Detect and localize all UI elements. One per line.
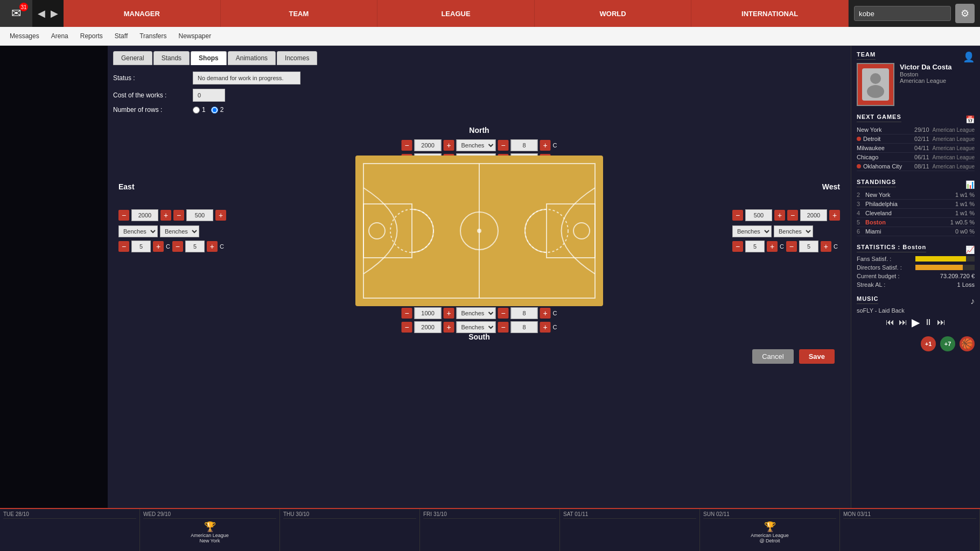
west-val3[interactable]: [745, 241, 765, 252]
east-plus4[interactable]: +: [207, 241, 218, 252]
status-row: Status :: [113, 72, 845, 84]
west-plus4[interactable]: +: [821, 241, 831, 252]
cal-day-3: THU 30/10: [280, 509, 420, 551]
nav-back-arrow[interactable]: ◀: [36, 8, 47, 19]
south-row2-type[interactable]: BenchesChairs: [457, 321, 496, 333]
pct-3: 1 %: [964, 210, 975, 216]
music-pause[interactable]: ⏸: [924, 317, 933, 327]
north-row1-val2[interactable]: [511, 139, 538, 151]
east-val3[interactable]: [131, 241, 151, 252]
tab-animations[interactable]: Animations: [228, 51, 276, 65]
sub-nav-staff[interactable]: Staff: [110, 30, 132, 42]
cost-input[interactable]: [193, 89, 225, 102]
sub-nav-newspaper[interactable]: Newspaper: [174, 30, 215, 42]
sub-nav-arena[interactable]: Arena: [47, 30, 73, 42]
tab-incomes[interactable]: Incomes: [277, 51, 317, 65]
settings-button[interactable]: ⚙: [955, 4, 975, 23]
east-select2[interactable]: BenchesChairs: [160, 225, 199, 237]
north-row1-val1[interactable]: [415, 139, 442, 151]
east-select1[interactable]: BenchesChairs: [118, 225, 158, 237]
cal-event-1-name: American League: [191, 533, 229, 538]
save-button[interactable]: Save: [799, 349, 835, 364]
cost-row: Cost of the works :: [113, 89, 845, 102]
mail-button[interactable]: ✉ 31: [0, 0, 32, 27]
radio-1[interactable]: 1: [193, 106, 206, 114]
west-minus2[interactable]: −: [787, 210, 798, 221]
west-select1[interactable]: BenchesChairs: [732, 225, 772, 237]
nav-international[interactable]: INTERNATIONAL: [691, 0, 849, 27]
action-buttons: Cancel Save: [113, 349, 845, 364]
nav-world[interactable]: WORLD: [535, 0, 692, 27]
east-minus3[interactable]: −: [118, 241, 129, 252]
status-input[interactable]: [193, 72, 300, 84]
nav-manager[interactable]: MANAGER: [64, 0, 221, 27]
sub-nav-messages[interactable]: Messages: [5, 30, 44, 42]
east-val4[interactable]: [185, 241, 205, 252]
south-row2-val1[interactable]: [415, 321, 442, 333]
music-play[interactable]: ▶: [912, 316, 920, 329]
east-plus2[interactable]: +: [215, 210, 226, 221]
music-prev[interactable]: ⏭: [899, 317, 907, 327]
radio-2[interactable]: 2: [211, 106, 224, 114]
south-row1-val1[interactable]: [415, 307, 442, 319]
west-val1[interactable]: [745, 209, 772, 221]
south-stand-row-1: − + BenchesChairs − + C: [402, 307, 557, 319]
score-badge-2[interactable]: +7: [940, 336, 955, 351]
south-row2-minus1[interactable]: −: [402, 322, 412, 333]
basketball-icon[interactable]: 🏀: [960, 336, 975, 351]
south-row2-minus2[interactable]: −: [498, 322, 509, 333]
manager-name: Victor Da Costa: [900, 63, 952, 71]
west-plus2[interactable]: +: [829, 210, 840, 221]
west-minus4[interactable]: −: [786, 241, 797, 252]
sub-nav-reports[interactable]: Reports: [76, 30, 107, 42]
music-next[interactable]: ⏭: [937, 317, 946, 327]
cancel-button[interactable]: Cancel: [752, 349, 793, 364]
west-val2[interactable]: [800, 209, 827, 221]
west-minus1[interactable]: −: [732, 210, 743, 221]
game-4-date: 06/11: [914, 154, 929, 160]
east-stands: − + − + BenchesChairs BenchesChairs − + …: [118, 209, 226, 252]
south-row2-plus1[interactable]: +: [444, 322, 454, 333]
south-row1-minus2[interactable]: −: [498, 308, 509, 319]
west-minus3[interactable]: −: [732, 241, 743, 252]
tab-general[interactable]: General: [113, 51, 152, 65]
north-row1-minus1[interactable]: −: [402, 140, 412, 151]
nav-forward-arrow[interactable]: ▶: [48, 8, 60, 19]
east-plus1[interactable]: +: [160, 210, 171, 221]
south-row1-type[interactable]: BenchesChairs: [457, 307, 496, 319]
radio-1-input[interactable]: [193, 107, 200, 114]
east-val2[interactable]: [186, 209, 213, 221]
north-row1-plus2[interactable]: +: [540, 140, 551, 151]
east-minus1[interactable]: −: [118, 210, 129, 221]
west-plus3[interactable]: +: [767, 241, 778, 252]
east-plus3[interactable]: +: [153, 241, 164, 252]
west-plus1[interactable]: +: [774, 210, 785, 221]
west-val4[interactable]: [799, 241, 818, 252]
south-row1-val2[interactable]: [511, 307, 538, 319]
north-row1-plus1[interactable]: +: [444, 140, 454, 151]
radio-2-input[interactable]: [211, 107, 218, 114]
south-row1-plus2[interactable]: +: [540, 308, 551, 319]
east-val1[interactable]: [131, 209, 158, 221]
stadium-container: North − + BenchesChairsVIP − + C −: [113, 118, 845, 344]
search-input[interactable]: [854, 6, 951, 21]
east-minus2[interactable]: −: [173, 210, 184, 221]
game-row-1: New York 29/10 American League: [857, 125, 975, 135]
south-row1-plus1[interactable]: +: [444, 308, 454, 319]
east-minus4[interactable]: −: [172, 241, 183, 252]
music-prev-prev[interactable]: ⏮: [886, 317, 894, 327]
directors-bar-wrap: [915, 265, 975, 270]
south-row1-minus1[interactable]: −: [402, 308, 412, 319]
north-row1-type[interactable]: BenchesChairsVIP: [457, 139, 496, 151]
south-row2-plus2[interactable]: +: [540, 322, 551, 333]
sub-nav-transfers[interactable]: Transfers: [135, 30, 171, 42]
north-row1-minus2[interactable]: −: [498, 140, 509, 151]
south-row2-val2[interactable]: [511, 321, 538, 333]
tab-shops[interactable]: Shops: [191, 51, 227, 65]
tab-stands[interactable]: Stands: [153, 51, 190, 65]
nav-league[interactable]: LEAGUE: [377, 0, 535, 27]
nav-team[interactable]: TEAM: [221, 0, 378, 27]
west-select2[interactable]: BenchesChairs: [774, 225, 813, 237]
score-badge-1[interactable]: +1: [921, 336, 936, 351]
game-5-date: 08/11: [914, 163, 929, 169]
